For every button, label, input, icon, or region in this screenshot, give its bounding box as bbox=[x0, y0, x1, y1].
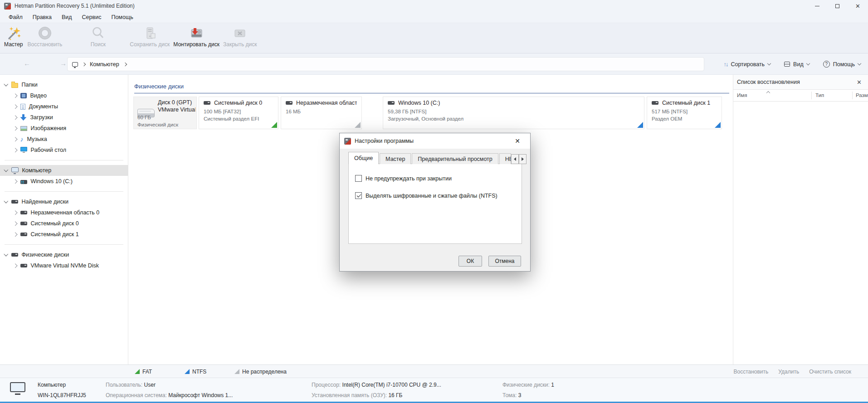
computer-status-icon bbox=[10, 382, 25, 392]
toolbar-search-button[interactable]: Поиск bbox=[88, 25, 107, 48]
chevron-right-icon[interactable] bbox=[13, 115, 17, 119]
minimize-button[interactable] bbox=[807, 0, 827, 12]
back-arrow-icon[interactable]: ← bbox=[24, 59, 30, 67]
clear-list-button[interactable]: Очистить список bbox=[809, 369, 851, 375]
chevron-down-icon[interactable] bbox=[4, 252, 8, 256]
menu-service[interactable]: Сервис bbox=[77, 12, 107, 23]
chevron-right-icon[interactable] bbox=[13, 221, 17, 225]
chevron-right-icon[interactable] bbox=[13, 148, 17, 152]
close-button[interactable]: ✕ bbox=[848, 0, 868, 12]
chevron-down-icon[interactable] bbox=[4, 199, 8, 203]
sidebar-item-folders[interactable]: Папки bbox=[0, 79, 128, 90]
sidebar-item-vmware-disk[interactable]: VMware Virtual NVMe Disk bbox=[0, 260, 128, 271]
tab-hex-editor[interactable]: HEX-редак bbox=[499, 153, 511, 164]
toolbar-recover-button[interactable]: Восстановить bbox=[26, 25, 64, 48]
fat-corner-icon bbox=[271, 122, 277, 128]
tree-label: Windows 10 (C:) bbox=[31, 178, 73, 185]
help-dropdown[interactable]: ? Помощь bbox=[823, 61, 861, 68]
disk-icon bbox=[286, 101, 293, 105]
sidebar-item-found-disks[interactable]: Найденные диски bbox=[0, 196, 128, 207]
disk-icon bbox=[652, 101, 658, 105]
tree-label: Изображения bbox=[31, 125, 67, 131]
tab-preview[interactable]: Предварительный просмотр bbox=[412, 153, 498, 164]
chevron-right-icon[interactable] bbox=[13, 126, 17, 130]
disk-tile-windows10[interactable]: Windows 10 (C:) 59,38 ГБ [NTFS] Загрузоч… bbox=[383, 97, 644, 129]
address-bar[interactable]: Компьютер bbox=[67, 57, 704, 71]
checkbox-checked-icon[interactable] bbox=[355, 192, 362, 199]
checkbox-row-no-warn[interactable]: Не предупреждать при закрытии bbox=[355, 175, 452, 182]
unallocated-triangle-icon bbox=[234, 369, 239, 374]
column-size[interactable]: Разм bbox=[856, 92, 868, 98]
sidebar-item-downloads[interactable]: Загрузки bbox=[0, 112, 128, 123]
sort-dropdown[interactable]: ↑↓ Сортировать bbox=[723, 61, 770, 68]
menu-help[interactable]: Помощь bbox=[106, 12, 138, 23]
tree-label: Неразмеченная область 0 bbox=[31, 209, 100, 216]
tile-type: Физический диск bbox=[137, 122, 178, 127]
sidebar-item-pictures[interactable]: Изображения bbox=[0, 123, 128, 134]
chevron-right-icon[interactable] bbox=[13, 104, 17, 108]
sidebar-item-computer[interactable]: Компьютер bbox=[0, 165, 128, 176]
restore-button[interactable]: Восстановить bbox=[733, 369, 768, 375]
toolbar-wizard-button[interactable]: Мастер bbox=[2, 25, 25, 48]
sidebar-item-sysdisk1[interactable]: Системный диск 1 bbox=[0, 229, 128, 240]
recovery-list-panel: Список восстановления ✕ Имя Тип Разм bbox=[733, 75, 868, 364]
ok-button[interactable]: ОК bbox=[458, 256, 482, 267]
close-icon[interactable]: ✕ bbox=[854, 78, 864, 87]
chevron-right-icon[interactable] bbox=[13, 263, 17, 267]
sidebar-item-physical-disks[interactable]: Физические диски bbox=[0, 249, 128, 260]
disk-tile-physical[interactable]: Диск 0 (GPT) VMware Virtual NVM 60 ГБ Фи… bbox=[133, 97, 197, 129]
tree-label: Папки bbox=[22, 82, 38, 88]
tree-label: Системный диск 0 bbox=[31, 220, 79, 227]
chevron-right-icon[interactable] bbox=[13, 137, 17, 141]
toolbar-close-disk-button[interactable]: Закрыть диск bbox=[221, 25, 259, 48]
column-type[interactable]: Тип bbox=[815, 92, 824, 98]
chevron-right-icon[interactable] bbox=[13, 232, 17, 236]
forward-arrow-icon[interactable]: → bbox=[60, 59, 67, 67]
checkbox-unchecked-icon[interactable] bbox=[355, 175, 362, 182]
sidebar-item-sysdisk0[interactable]: Системный диск 0 bbox=[0, 218, 128, 229]
os-label: Операционная система: bbox=[106, 392, 167, 398]
recovery-panel-title: Список восстановления bbox=[737, 79, 800, 85]
column-divider bbox=[852, 92, 853, 99]
sidebar-item-documents[interactable]: Документы bbox=[0, 101, 128, 112]
menu-view[interactable]: Вид bbox=[57, 12, 77, 23]
tab-scroll-left-button[interactable] bbox=[511, 154, 519, 164]
toolbar-save-disk-button[interactable]: Сохранить диск bbox=[128, 25, 171, 48]
view-dropdown[interactable]: Вид bbox=[784, 61, 809, 68]
checkbox-row-highlight-ntfs[interactable]: Выделять шифрованные и сжатые файлы (NTF… bbox=[355, 192, 497, 199]
breadcrumb[interactable]: Компьютер bbox=[90, 61, 119, 68]
tile-size: 16 МБ bbox=[286, 108, 357, 115]
sidebar-item-desktop[interactable]: Рабочий стол bbox=[0, 145, 128, 155]
column-divider bbox=[811, 92, 812, 99]
dialog-close-icon[interactable]: ✕ bbox=[509, 137, 526, 145]
tab-scroll-right-button[interactable] bbox=[519, 154, 527, 164]
chevron-right-icon[interactable] bbox=[13, 179, 17, 183]
chevron-right-icon[interactable] bbox=[13, 210, 17, 214]
delete-button[interactable]: Удалить bbox=[778, 369, 799, 375]
checkbox-label: Не предупреждать при закрытии bbox=[366, 175, 452, 182]
disk-tile-system1[interactable]: Системный диск 1 517 МБ [NTFS] Раздел OE… bbox=[647, 97, 722, 129]
app-window: Hetman Partition Recovery 5.1 (Unlimited… bbox=[0, 0, 868, 403]
sidebar-item-video[interactable]: Видео bbox=[0, 90, 128, 101]
chevron-down-icon[interactable] bbox=[4, 168, 8, 172]
sidebar-item-music[interactable]: ♪ Музыка bbox=[0, 134, 128, 145]
menu-file[interactable]: Файл bbox=[4, 12, 28, 23]
cancel-button[interactable]: Отмена bbox=[488, 256, 521, 267]
disk-icon bbox=[204, 101, 210, 105]
chevron-right-icon[interactable] bbox=[13, 93, 17, 97]
sidebar-item-windows10[interactable]: Windows 10 (C:) bbox=[0, 176, 128, 187]
windows-drive-icon bbox=[20, 180, 27, 184]
toolbar-mount-disk-button[interactable]: Монтировать диск bbox=[171, 25, 221, 48]
disk-tile-system0[interactable]: Системный диск 0 100 МБ [FAT32] Системны… bbox=[199, 97, 278, 129]
sidebar-item-unallocated0[interactable]: Неразмеченная область 0 bbox=[0, 207, 128, 218]
tab-general[interactable]: Общие bbox=[348, 152, 379, 164]
tree-label: Найденные диски bbox=[22, 199, 68, 205]
disk-tile-unallocated[interactable]: Неразмеченная область 0 16 МБ bbox=[281, 97, 362, 129]
chevron-down-icon[interactable] bbox=[4, 82, 8, 86]
maximize-button[interactable] bbox=[827, 0, 848, 12]
menu-edit[interactable]: Правка bbox=[28, 12, 57, 23]
computer-icon bbox=[11, 167, 19, 172]
tab-wizard[interactable]: Мастер bbox=[380, 153, 411, 164]
recovery-columns-header: Имя Тип Разм bbox=[733, 90, 868, 102]
column-name[interactable]: Имя bbox=[737, 92, 747, 98]
